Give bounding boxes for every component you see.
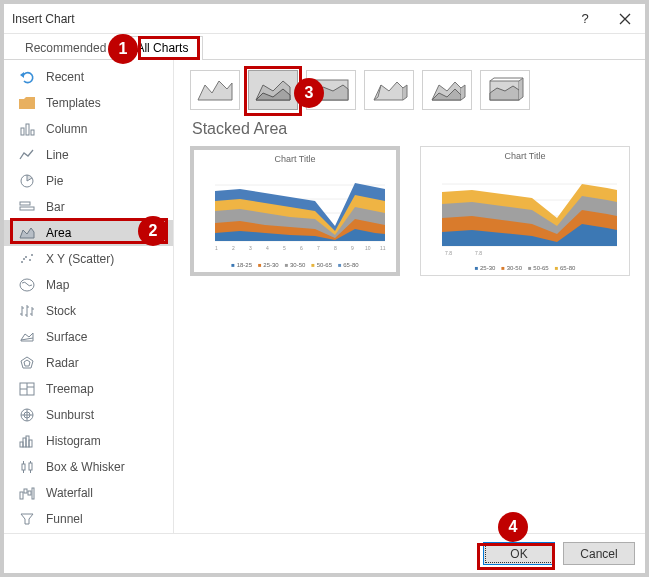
area-chart-icon xyxy=(18,225,36,241)
preview-legend: 18-25 25-30 30-50 50-65 65-80 xyxy=(231,262,358,268)
sidebar-item-column[interactable]: Column xyxy=(4,116,173,142)
stacked-area-preview-chart-icon: 7.87.8 xyxy=(427,168,623,260)
tab-all-charts[interactable]: All Charts xyxy=(121,36,203,60)
sidebar-item-box-whisker[interactable]: Box & Whisker xyxy=(4,454,173,480)
funnel-chart-icon xyxy=(18,511,36,527)
svg-text:6: 6 xyxy=(300,245,303,251)
sidebar-item-surface[interactable]: Surface xyxy=(4,324,173,350)
svg-point-9 xyxy=(31,254,33,256)
stock-chart-icon xyxy=(18,303,36,319)
subtype-stacked-area[interactable] xyxy=(248,70,298,110)
svg-rect-0 xyxy=(21,128,24,135)
surface-chart-icon xyxy=(18,329,36,345)
treemap-chart-icon xyxy=(18,381,36,397)
svg-text:5: 5 xyxy=(283,245,286,251)
sidebar-item-label: X Y (Scatter) xyxy=(46,252,114,266)
sidebar-item-label: Radar xyxy=(46,356,79,370)
svg-text:8: 8 xyxy=(334,245,337,251)
svg-rect-2 xyxy=(31,130,34,135)
svg-rect-20 xyxy=(29,440,32,447)
sidebar-item-label: Treemap xyxy=(46,382,94,396)
svg-text:10: 10 xyxy=(365,245,371,251)
sidebar-item-label: Waterfall xyxy=(46,486,93,500)
ok-button[interactable]: OK xyxy=(483,542,555,565)
sidebar-item-label: Surface xyxy=(46,330,87,344)
chart-type-sidebar: Recent Templates Column Line Pie xyxy=(4,60,174,533)
sidebar-item-area[interactable]: Area xyxy=(4,220,173,246)
scatter-chart-icon xyxy=(18,251,36,267)
sidebar-item-label: Templates xyxy=(46,96,101,110)
svg-point-10 xyxy=(23,258,25,260)
tab-strip: Recommended All Charts xyxy=(4,34,645,60)
svg-text:3: 3 xyxy=(249,245,252,251)
sidebar-item-label: Sunburst xyxy=(46,408,94,422)
sunburst-chart-icon xyxy=(18,407,36,423)
svg-rect-5 xyxy=(20,207,34,210)
sidebar-item-label: Column xyxy=(46,122,87,136)
chart-subtype-title: Stacked Area xyxy=(192,120,633,138)
sidebar-item-funnel[interactable]: Funnel xyxy=(4,506,173,532)
bar-chart-icon xyxy=(18,199,36,215)
subtype-3d-100pct-stacked-area[interactable] xyxy=(480,70,530,110)
sidebar-item-map[interactable]: Map xyxy=(4,272,173,298)
dialog-body: Recent Templates Column Line Pie xyxy=(4,60,645,533)
radar-chart-icon xyxy=(18,355,36,371)
histogram-chart-icon xyxy=(18,433,36,449)
cancel-button[interactable]: Cancel xyxy=(563,542,635,565)
subtype-3d-area[interactable] xyxy=(364,70,414,110)
sidebar-item-pie[interactable]: Pie xyxy=(4,168,173,194)
sidebar-item-xy-scatter[interactable]: X Y (Scatter) xyxy=(4,246,173,272)
map-chart-icon xyxy=(18,277,36,293)
sidebar-item-waterfall[interactable]: Waterfall xyxy=(4,480,173,506)
svg-rect-25 xyxy=(28,491,31,495)
svg-point-8 xyxy=(29,259,31,261)
svg-text:7.8: 7.8 xyxy=(445,250,452,256)
svg-rect-24 xyxy=(24,489,27,493)
sidebar-item-line[interactable]: Line xyxy=(4,142,173,168)
sidebar-item-label: Box & Whisker xyxy=(46,460,125,474)
help-button[interactable]: ? xyxy=(565,4,605,33)
dialog-footer: OK Cancel xyxy=(4,533,645,573)
line-chart-icon xyxy=(18,147,36,163)
preview-body: 7.87.8 xyxy=(425,163,625,265)
svg-rect-22 xyxy=(29,463,32,470)
subtype-area[interactable] xyxy=(190,70,240,110)
svg-rect-21 xyxy=(22,464,25,470)
sidebar-item-label: Recent xyxy=(46,70,84,84)
preview-title: Chart Title xyxy=(504,151,545,161)
window-title: Insert Chart xyxy=(12,12,75,26)
sidebar-item-label: Area xyxy=(46,226,71,240)
svg-text:1: 1 xyxy=(215,245,218,251)
chart-preview-b[interactable]: Chart Title 7.87.8 xyxy=(420,146,630,276)
svg-text:9: 9 xyxy=(351,245,354,251)
svg-rect-26 xyxy=(32,488,34,499)
sidebar-item-stock[interactable]: Stock xyxy=(4,298,173,324)
sidebar-item-templates[interactable]: Templates xyxy=(4,90,173,116)
preview-body: 123 456 789 1011 xyxy=(198,166,392,262)
sidebar-item-label: Pie xyxy=(46,174,63,188)
svg-point-6 xyxy=(21,261,23,263)
subtype-3d-stacked-area[interactable] xyxy=(422,70,472,110)
sidebar-item-bar[interactable]: Bar xyxy=(4,194,173,220)
waterfall-chart-icon xyxy=(18,485,36,501)
sidebar-item-histogram[interactable]: Histogram xyxy=(4,428,173,454)
sidebar-item-label: Map xyxy=(46,278,69,292)
subtype-100pct-stacked-area[interactable] xyxy=(306,70,356,110)
preview-title: Chart Title xyxy=(274,154,315,164)
sidebar-item-combo[interactable]: Combo xyxy=(4,532,173,533)
sidebar-item-label: Histogram xyxy=(46,434,101,448)
close-button[interactable] xyxy=(605,4,645,33)
chart-subtype-pane: Stacked Area Chart Title xyxy=(174,60,645,533)
sidebar-item-treemap[interactable]: Treemap xyxy=(4,376,173,402)
tab-recommended[interactable]: Recommended xyxy=(10,36,121,60)
folder-icon xyxy=(18,95,36,111)
svg-text:4: 4 xyxy=(266,245,269,251)
sidebar-item-sunburst[interactable]: Sunburst xyxy=(4,402,173,428)
svg-text:2: 2 xyxy=(232,245,235,251)
sidebar-item-label: Line xyxy=(46,148,69,162)
svg-text:7.8: 7.8 xyxy=(475,250,482,256)
preview-row: Chart Title 123 xyxy=(190,146,633,276)
sidebar-item-radar[interactable]: Radar xyxy=(4,350,173,376)
chart-preview-a[interactable]: Chart Title 123 xyxy=(190,146,400,276)
sidebar-item-recent[interactable]: Recent xyxy=(4,64,173,90)
